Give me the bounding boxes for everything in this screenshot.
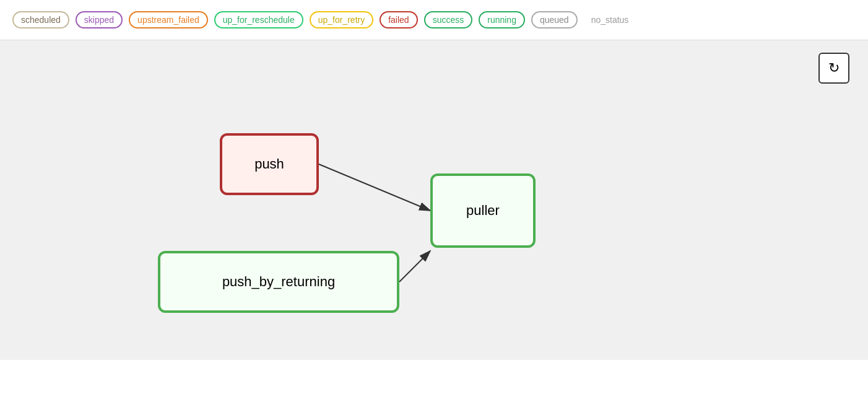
node-push-label: push [254,156,284,172]
legend-badge-no_status[interactable]: no_status [584,12,636,27]
legend-badge-skipped[interactable]: skipped [76,11,123,28]
legend-badge-success[interactable]: success [424,11,473,28]
svg-line-2 [399,251,430,282]
legend-badge-running[interactable]: running [479,11,525,28]
node-puller[interactable]: puller [430,173,536,248]
node-puller-label: puller [466,203,500,219]
refresh-button[interactable]: ↻ [818,53,849,84]
legend-bar: scheduledskippedupstream_failedup_for_re… [0,0,868,40]
legend-badge-scheduled[interactable]: scheduled [12,11,69,28]
dag-canvas: ↻ push puller push_by_returning [0,40,868,360]
node-push[interactable]: push [220,133,319,195]
svg-line-1 [319,164,430,211]
legend-badge-failed[interactable]: failed [380,11,417,28]
legend-badge-up_for_retry[interactable]: up_for_retry [310,11,373,28]
node-push-by-returning[interactable]: push_by_returning [158,251,399,313]
legend-badge-up_for_reschedule[interactable]: up_for_reschedule [214,11,303,28]
node-push-by-returning-label: push_by_returning [222,274,335,290]
legend-badge-upstream_failed[interactable]: upstream_failed [129,11,208,28]
refresh-icon: ↻ [828,60,840,76]
legend-badge-queued[interactable]: queued [531,11,578,28]
